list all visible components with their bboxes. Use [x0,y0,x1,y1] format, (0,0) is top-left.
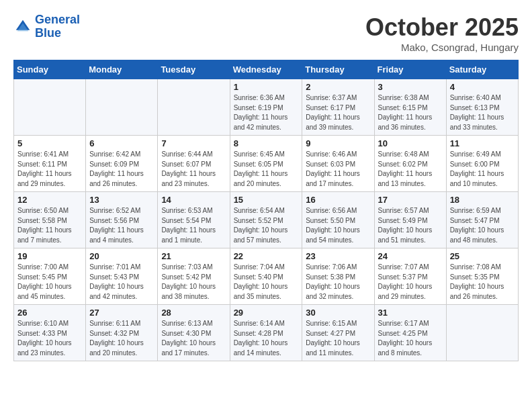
day-cell: 25Sunrise: 7:08 AM Sunset: 5:35 PM Dayli… [446,248,518,305]
day-info: Sunrise: 6:44 AM Sunset: 6:07 PM Dayligh… [161,150,226,189]
logo: General Blue [13,13,80,40]
day-number: 5 [17,138,82,148]
day-cell: 12Sunrise: 6:50 AM Sunset: 5:58 PM Dayli… [14,192,86,248]
weekday-tuesday: Tuesday [158,60,230,79]
day-info: Sunrise: 7:04 AM Sunset: 5:40 PM Dayligh… [234,263,299,302]
day-cell: 8Sunrise: 6:45 AM Sunset: 6:05 PM Daylig… [230,136,302,192]
weekday-thursday: Thursday [302,60,374,79]
day-number: 11 [450,138,515,148]
day-cell: 29Sunrise: 6:14 AM Sunset: 4:28 PM Dayli… [230,305,302,361]
day-cell: 13Sunrise: 6:52 AM Sunset: 5:56 PM Dayli… [86,192,158,248]
week-row-1: 1Sunrise: 6:36 AM Sunset: 6:19 PM Daylig… [14,79,519,136]
day-number: 8 [234,138,299,148]
day-number: 24 [378,251,443,261]
day-number: 16 [306,195,370,205]
day-cell: 15Sunrise: 6:54 AM Sunset: 5:52 PM Dayli… [230,192,302,248]
day-info: Sunrise: 6:38 AM Sunset: 6:15 PM Dayligh… [378,93,443,132]
logo-text: General Blue [35,13,80,40]
day-info: Sunrise: 6:10 AM Sunset: 4:33 PM Dayligh… [17,319,82,358]
title-block: October 2025 Mako, Csongrad, Hungary [365,13,519,53]
day-number: 30 [306,308,370,318]
day-cell: 5Sunrise: 6:41 AM Sunset: 6:11 PM Daylig… [14,136,86,192]
day-info: Sunrise: 7:07 AM Sunset: 5:37 PM Dayligh… [378,263,443,302]
day-cell [158,79,230,136]
day-cell [86,79,158,136]
day-number: 1 [234,82,299,92]
day-cell: 30Sunrise: 6:15 AM Sunset: 4:27 PM Dayli… [302,305,374,361]
day-number: 10 [378,138,443,148]
day-cell: 1Sunrise: 6:36 AM Sunset: 6:19 PM Daylig… [230,79,302,136]
week-row-5: 26Sunrise: 6:10 AM Sunset: 4:33 PM Dayli… [14,305,519,361]
month-title: October 2025 [365,13,519,42]
week-row-3: 12Sunrise: 6:50 AM Sunset: 5:58 PM Dayli… [14,192,519,248]
day-number: 3 [378,82,443,92]
day-number: 25 [450,251,515,261]
day-info: Sunrise: 7:01 AM Sunset: 5:43 PM Dayligh… [89,263,154,302]
day-info: Sunrise: 6:17 AM Sunset: 4:25 PM Dayligh… [378,319,443,358]
day-info: Sunrise: 6:49 AM Sunset: 6:00 PM Dayligh… [450,150,515,189]
day-info: Sunrise: 6:57 AM Sunset: 5:49 PM Dayligh… [378,206,443,245]
day-cell: 24Sunrise: 7:07 AM Sunset: 5:37 PM Dayli… [374,248,446,305]
day-cell: 22Sunrise: 7:04 AM Sunset: 5:40 PM Dayli… [230,248,302,305]
day-number: 6 [89,138,154,148]
day-cell: 19Sunrise: 7:00 AM Sunset: 5:45 PM Dayli… [14,248,86,305]
day-number: 23 [306,251,370,261]
day-cell: 21Sunrise: 7:03 AM Sunset: 5:42 PM Dayli… [158,248,230,305]
day-info: Sunrise: 6:37 AM Sunset: 6:17 PM Dayligh… [306,93,370,132]
day-info: Sunrise: 6:13 AM Sunset: 4:30 PM Dayligh… [161,319,226,358]
day-number: 7 [161,138,226,148]
day-cell: 17Sunrise: 6:57 AM Sunset: 5:49 PM Dayli… [374,192,446,248]
day-number: 31 [378,308,443,318]
day-cell: 20Sunrise: 7:01 AM Sunset: 5:43 PM Dayli… [86,248,158,305]
day-number: 20 [89,251,154,261]
day-info: Sunrise: 6:15 AM Sunset: 4:27 PM Dayligh… [306,319,370,358]
day-info: Sunrise: 6:48 AM Sunset: 6:02 PM Dayligh… [378,150,443,189]
day-info: Sunrise: 6:42 AM Sunset: 6:09 PM Dayligh… [89,150,154,189]
week-row-4: 19Sunrise: 7:00 AM Sunset: 5:45 PM Dayli… [14,248,519,305]
day-cell: 6Sunrise: 6:42 AM Sunset: 6:09 PM Daylig… [86,136,158,192]
day-number: 21 [161,251,226,261]
day-info: Sunrise: 6:11 AM Sunset: 4:32 PM Dayligh… [89,319,154,358]
weekday-header-row: SundayMondayTuesdayWednesdayThursdayFrid… [14,60,519,79]
day-info: Sunrise: 6:59 AM Sunset: 5:47 PM Dayligh… [450,206,515,245]
weekday-sunday: Sunday [14,60,86,79]
day-info: Sunrise: 6:41 AM Sunset: 6:11 PM Dayligh… [17,150,82,189]
day-number: 26 [17,308,82,318]
day-number: 27 [89,308,154,318]
day-info: Sunrise: 7:06 AM Sunset: 5:38 PM Dayligh… [306,263,370,302]
day-number: 12 [17,195,82,205]
logo-general: General [35,13,80,26]
weekday-friday: Friday [374,60,446,79]
day-number: 14 [161,195,226,205]
day-cell: 10Sunrise: 6:48 AM Sunset: 6:02 PM Dayli… [374,136,446,192]
day-info: Sunrise: 7:00 AM Sunset: 5:45 PM Dayligh… [17,263,82,302]
day-number: 17 [378,195,443,205]
day-cell: 23Sunrise: 7:06 AM Sunset: 5:38 PM Dayli… [302,248,374,305]
day-info: Sunrise: 6:36 AM Sunset: 6:19 PM Dayligh… [234,93,299,132]
day-cell: 18Sunrise: 6:59 AM Sunset: 5:47 PM Dayli… [446,192,518,248]
day-cell: 14Sunrise: 6:53 AM Sunset: 5:54 PM Dayli… [158,192,230,248]
day-number: 28 [161,308,226,318]
day-info: Sunrise: 6:50 AM Sunset: 5:58 PM Dayligh… [17,206,82,245]
weekday-monday: Monday [86,60,158,79]
day-number: 18 [450,195,515,205]
day-info: Sunrise: 7:08 AM Sunset: 5:35 PM Dayligh… [450,263,515,302]
day-cell [14,79,86,136]
day-info: Sunrise: 6:53 AM Sunset: 5:54 PM Dayligh… [161,206,226,245]
day-number: 9 [306,138,370,148]
day-number: 15 [234,195,299,205]
day-cell: 7Sunrise: 6:44 AM Sunset: 6:07 PM Daylig… [158,136,230,192]
page-header: General Blue October 2025 Mako, Csongrad… [13,13,519,53]
day-cell: 26Sunrise: 6:10 AM Sunset: 4:33 PM Dayli… [14,305,86,361]
day-info: Sunrise: 6:52 AM Sunset: 5:56 PM Dayligh… [89,206,154,245]
day-number: 29 [234,308,299,318]
location: Mako, Csongrad, Hungary [365,42,519,53]
day-info: Sunrise: 7:03 AM Sunset: 5:42 PM Dayligh… [161,263,226,302]
day-cell [446,305,518,361]
day-cell: 27Sunrise: 6:11 AM Sunset: 4:32 PM Dayli… [86,305,158,361]
day-number: 13 [89,195,154,205]
day-cell: 11Sunrise: 6:49 AM Sunset: 6:00 PM Dayli… [446,136,518,192]
day-info: Sunrise: 6:56 AM Sunset: 5:50 PM Dayligh… [306,206,370,245]
day-cell: 2Sunrise: 6:37 AM Sunset: 6:17 PM Daylig… [302,79,374,136]
day-cell: 9Sunrise: 6:46 AM Sunset: 6:03 PM Daylig… [302,136,374,192]
